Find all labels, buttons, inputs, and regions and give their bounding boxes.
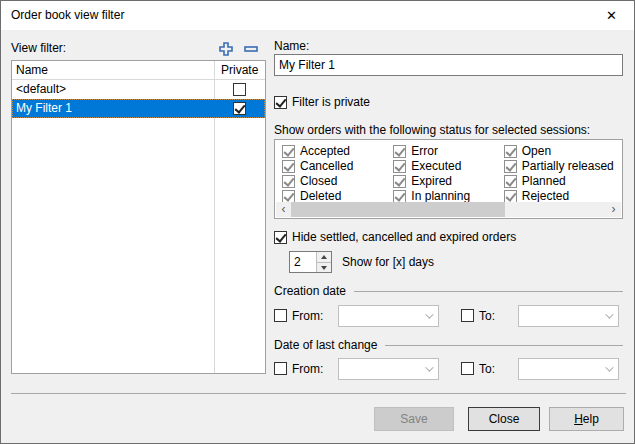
status-checkbox[interactable]: [504, 160, 517, 173]
scrollbar-track[interactable]: [291, 202, 606, 217]
status-item[interactable]: Planned: [504, 174, 620, 188]
status-label: Rejected: [522, 189, 569, 203]
status-label: Partially released: [522, 159, 614, 173]
status-checkbox[interactable]: [504, 190, 517, 203]
status-list: Accepted Cancelled Closed Deleted Error …: [274, 139, 623, 219]
chevron-down-icon: [425, 363, 433, 371]
status-label: Error: [411, 144, 438, 158]
add-filter-icon[interactable]: [217, 40, 235, 58]
title-bar: Order book view filter ✕: [1, 1, 634, 30]
scroll-right-icon[interactable]: ›: [606, 202, 621, 217]
creation-from-dropdown[interactable]: [338, 305, 439, 327]
creation-to-label: To:: [479, 309, 495, 323]
chevron-down-icon: [605, 363, 613, 371]
close-button[interactable]: Close: [468, 407, 540, 431]
last-change-from-label: From:: [292, 362, 323, 376]
last-change-from-dropdown[interactable]: [338, 358, 439, 380]
chevron-down-icon: [605, 310, 613, 318]
creation-to-checkbox[interactable]: [461, 309, 474, 322]
status-label: Expired: [411, 174, 452, 188]
status-label: Closed: [300, 174, 337, 188]
status-checkbox[interactable]: [282, 160, 295, 173]
status-item[interactable]: Executed: [393, 159, 503, 173]
status-checkbox[interactable]: [282, 145, 295, 158]
table-row-my-filter-1[interactable]: My Filter 1: [12, 99, 265, 118]
status-checkbox[interactable]: [393, 145, 406, 158]
status-section-label: Show orders with the following status fo…: [274, 123, 590, 137]
last-change-to-dropdown[interactable]: [518, 358, 619, 380]
creation-date-group: Creation date: [274, 284, 623, 298]
filter-name-cell: My Filter 1: [16, 101, 72, 115]
filter-is-private-row[interactable]: Filter is private: [274, 95, 370, 109]
save-button[interactable]: Save: [374, 407, 454, 431]
days-value[interactable]: 2: [290, 252, 316, 272]
remove-filter-icon[interactable]: [242, 40, 260, 58]
status-item[interactable]: Closed: [282, 174, 393, 188]
days-label: Show for [x] days: [342, 255, 434, 269]
help-button[interactable]: Help: [549, 407, 624, 431]
table-row-default[interactable]: <default>: [12, 80, 265, 99]
days-spinner[interactable]: 2: [289, 251, 332, 273]
horizontal-scrollbar[interactable]: ‹ ›: [276, 202, 621, 217]
status-label: In planning: [411, 189, 470, 203]
status-checkbox[interactable]: [393, 175, 406, 188]
creation-to-dropdown[interactable]: [518, 305, 619, 327]
filter-is-private-checkbox[interactable]: [274, 96, 287, 109]
status-item[interactable]: Partially released: [504, 159, 620, 173]
view-filter-label: View filter:: [11, 41, 66, 55]
status-item[interactable]: Expired: [393, 174, 503, 188]
group-divider: [354, 291, 623, 292]
status-item[interactable]: Rejected: [504, 189, 620, 203]
table-header: Name Private: [12, 61, 265, 80]
status-label: Deleted: [300, 189, 341, 203]
column-header-private[interactable]: Private: [215, 63, 265, 77]
hide-orders-label: Hide settled, cancelled and expired orde…: [292, 230, 516, 244]
creation-date-title: Creation date: [274, 284, 346, 298]
last-change-to-checkbox[interactable]: [461, 362, 474, 375]
private-checkbox[interactable]: [233, 83, 246, 96]
status-item[interactable]: Deleted: [282, 189, 393, 203]
view-filter-table: Name Private <default> My Filter 1: [11, 60, 266, 374]
status-item[interactable]: Error: [393, 144, 503, 158]
status-column-2: Error Executed Expired In planning: [393, 144, 503, 203]
status-checkbox[interactable]: [393, 160, 406, 173]
last-change-from-checkbox[interactable]: [274, 362, 287, 375]
group-divider: [385, 345, 623, 346]
status-column-3: Open Partially released Planned Rejected: [504, 144, 620, 203]
spinner-down-icon[interactable]: [317, 263, 331, 273]
status-item[interactable]: Open: [504, 144, 620, 158]
chevron-down-icon: [425, 310, 433, 318]
status-checkbox[interactable]: [282, 190, 295, 203]
creation-from-label: From:: [292, 309, 323, 323]
footer-divider: [11, 393, 626, 394]
status-label: Executed: [411, 159, 461, 173]
order-book-view-filter-dialog: Order book view filter ✕ View filter: Na…: [0, 0, 635, 444]
private-checkbox[interactable]: [233, 102, 246, 115]
status-checkbox[interactable]: [393, 190, 406, 203]
close-icon[interactable]: ✕: [589, 1, 634, 30]
hide-orders-checkbox[interactable]: [274, 231, 287, 244]
filter-name-input[interactable]: My Filter 1: [274, 54, 623, 76]
help-mnemonic: H: [574, 412, 583, 426]
filter-is-private-label: Filter is private: [292, 95, 370, 109]
status-checkbox[interactable]: [282, 175, 295, 188]
last-change-to-label: To:: [479, 362, 495, 376]
last-change-title: Date of last change: [274, 338, 377, 352]
spinner-up-icon[interactable]: [317, 252, 331, 263]
name-label: Name:: [274, 39, 309, 53]
status-checkbox[interactable]: [504, 145, 517, 158]
status-item[interactable]: In planning: [393, 189, 503, 203]
status-label: Open: [522, 144, 551, 158]
creation-from-checkbox[interactable]: [274, 309, 287, 322]
scrollbar-thumb[interactable]: [291, 202, 505, 217]
scroll-left-icon[interactable]: ‹: [276, 202, 291, 217]
filter-name-cell: <default>: [16, 82, 66, 96]
status-item[interactable]: Cancelled: [282, 159, 393, 173]
status-checkbox[interactable]: [504, 175, 517, 188]
status-item[interactable]: Accepted: [282, 144, 393, 158]
help-rest: elp: [583, 412, 599, 426]
column-header-name[interactable]: Name: [16, 63, 48, 77]
status-label: Accepted: [300, 144, 350, 158]
dialog-title: Order book view filter: [11, 1, 124, 30]
hide-orders-row[interactable]: Hide settled, cancelled and expired orde…: [274, 230, 516, 244]
